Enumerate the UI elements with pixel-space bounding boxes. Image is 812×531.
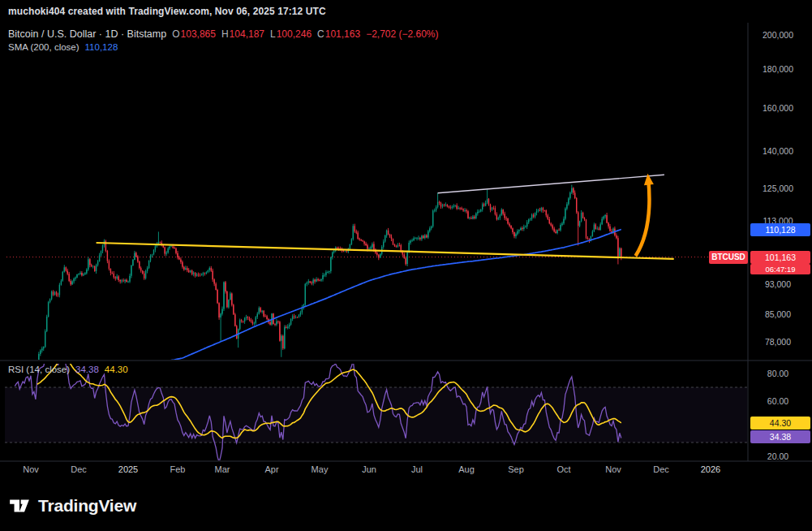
price-axis-label: 180,000 bbox=[751, 64, 805, 74]
bar-countdown-badge: 06:47:19 bbox=[750, 264, 810, 274]
rsi-axis-label: 20.00 bbox=[751, 451, 805, 461]
price-axis-label: 200,000 bbox=[751, 30, 805, 40]
symbol-title[interactable]: Bitcoin / U.S. Dollar · 1D · Bitstamp bbox=[8, 28, 166, 40]
time-axis-label: Feb bbox=[170, 464, 186, 474]
yellow-support-trendline[interactable] bbox=[97, 243, 674, 259]
sma-value-badge: 110,128 bbox=[750, 223, 810, 236]
rsi-legend[interactable]: RSI (14, close) 34.38 44.30 bbox=[8, 365, 128, 374]
change-value: −2,702 (−2.60%) bbox=[366, 28, 438, 40]
time-axis-label: Nov bbox=[23, 464, 39, 474]
time-axis-label: 2025 bbox=[118, 464, 138, 474]
white-resistance-trendline[interactable] bbox=[438, 175, 664, 193]
main-price-pane[interactable] bbox=[6, 175, 747, 392]
time-axis-label: Dec bbox=[653, 464, 669, 474]
rsi-axis-label: 60.00 bbox=[751, 396, 805, 406]
tradingview-chart-screen: muchoki404 created with TradingView.com,… bbox=[0, 0, 812, 531]
time-axis-label: Jul bbox=[411, 464, 423, 474]
time-axis-label: Apr bbox=[264, 464, 278, 474]
rsi-ma-legend-value: 44.30 bbox=[105, 365, 128, 374]
price-axis-label: 140,000 bbox=[751, 146, 805, 156]
attribution-text: muchoki404 created with TradingView.com,… bbox=[8, 6, 326, 17]
rsi-legend-label[interactable]: RSI (14, close) bbox=[8, 365, 70, 374]
down-candle-wicks bbox=[10, 187, 621, 392]
time-axis-label: Aug bbox=[458, 464, 475, 474]
ohlc-close: C101,163 bbox=[317, 28, 360, 40]
rsi-axis-label: 80.00 bbox=[751, 369, 805, 378]
symbol-legend[interactable]: Bitcoin / U.S. Dollar · 1D · Bitstamp O1… bbox=[8, 28, 439, 40]
time-axis-label: Nov bbox=[605, 464, 621, 474]
attribution-bar: muchoki404 created with TradingView.com,… bbox=[0, 0, 812, 23]
time-axis-label: Sep bbox=[508, 464, 524, 474]
time-axis-label: May bbox=[311, 464, 329, 474]
ohlc-low: L100,246 bbox=[270, 28, 311, 40]
rsi-ma-value-badge: 44.30 bbox=[750, 417, 810, 430]
ohlc-open: O103,865 bbox=[172, 28, 216, 40]
price-line-symbol-tag: BTCUSD bbox=[709, 251, 748, 264]
rsi-legend-value: 34.38 bbox=[75, 365, 99, 374]
time-axis-label: Jun bbox=[362, 464, 376, 474]
price-axis-label: 160,000 bbox=[751, 103, 805, 113]
tradingview-logo-icon bbox=[8, 494, 31, 517]
time-axis-label: Dec bbox=[71, 464, 87, 474]
chart-area: Bitcoin / U.S. Dollar · 1D · Bitstamp O1… bbox=[0, 0, 812, 531]
rsi-band bbox=[5, 387, 747, 442]
tradingview-logo[interactable]: TradingView bbox=[8, 494, 136, 517]
sma-200-line[interactable] bbox=[151, 230, 621, 365]
footer: TradingView bbox=[0, 481, 812, 531]
rsi-value-badge: 34.38 bbox=[750, 430, 810, 443]
sma-legend-label[interactable]: SMA (200, close) bbox=[8, 42, 79, 52]
price-axis-label: 93,000 bbox=[751, 279, 805, 289]
time-axis-label: Oct bbox=[556, 464, 570, 474]
time-axis-label: 2026 bbox=[701, 464, 720, 474]
price-axis-label: 78,000 bbox=[751, 337, 805, 347]
sma-legend[interactable]: SMA (200, close) 110,128 bbox=[8, 42, 118, 52]
tradingview-logo-text: TradingView bbox=[38, 496, 136, 516]
last-price-badge: 101,163 bbox=[750, 251, 810, 264]
ohlc-high: H104,187 bbox=[221, 28, 264, 40]
chart-canvas[interactable] bbox=[0, 0, 812, 531]
time-axis-label: Mar bbox=[215, 464, 230, 474]
price-axis-label: 125,000 bbox=[751, 183, 805, 193]
up-candle-wicks bbox=[9, 185, 620, 393]
price-axis-label: 85,000 bbox=[751, 309, 805, 319]
sma-legend-value: 110,128 bbox=[85, 42, 118, 52]
bounce-up-arrow[interactable] bbox=[636, 179, 650, 257]
